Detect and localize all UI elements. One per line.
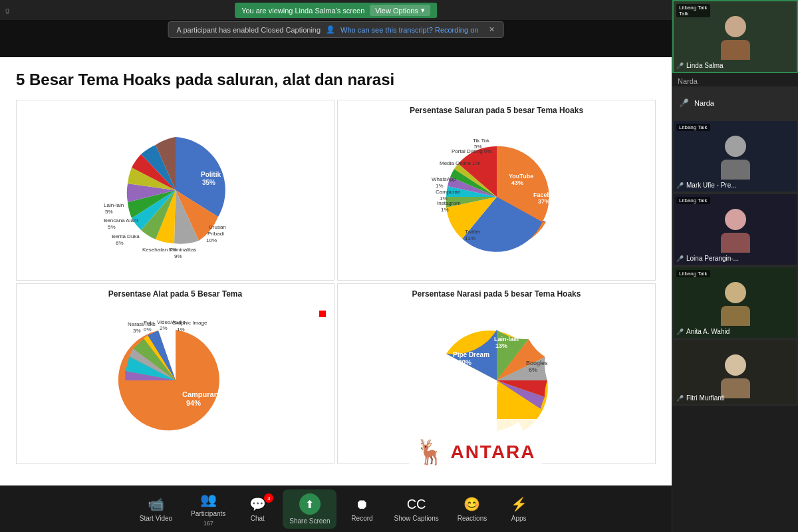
share-screen-button[interactable]: ⬆ Share Screen [283,489,336,529]
svg-text:6%: 6% [116,240,124,246]
participant3-mic-icon: 🎤 [676,182,684,189]
apps-button[interactable]: ⚡ Apps [499,492,539,526]
chart2-area: YouTube 43% Facebook 37% Twitter 11% Ins… [346,119,647,275]
participant5-name: Anita A. Wahid [686,328,730,335]
svg-text:1%: 1% [441,207,449,213]
svg-text:Facebook: Facebook [533,192,562,198]
start-video-button[interactable]: 📹 Start Video [133,492,179,526]
svg-text:11%: 11% [465,235,475,241]
svg-text:0%: 0% [144,327,152,332]
chevron-down-icon: ▾ [421,6,425,15]
svg-text:5%: 5% [474,144,482,150]
svg-text:5%: 5% [108,224,116,230]
person-icon: 👤 [326,25,335,34]
participant5-mic-icon: 🎤 [676,329,684,335]
participant-card-anita[interactable]: Litbang Talk 🎤 Anita A. Wahid [672,266,798,339]
record-button[interactable]: ⏺ Record [342,493,382,526]
chart3-section: Persentase Alat pada 5 Besar Tema [16,283,334,464]
antara-watermark: 🦌 ANTARA [409,419,542,485]
svg-text:Lain-lain: Lain-lain [104,202,124,208]
person1-avatar [721,16,750,60]
chart4-title: Persentase Narasi pada 5 besar Tema Hoak… [412,289,581,299]
participants-label: Participants [191,510,225,517]
litbang-text-3: Litbang Talk [679,124,708,130]
chart1-area: Politik 35% Urusan Pribadi 10% Kriminali… [25,106,326,275]
captions-icon: CC [407,497,426,512]
svg-text:Portal Daring 0%: Portal Daring 0% [452,148,491,154]
participant6-name: Fitri Murfianti [686,394,725,402]
sidebar: Litbang Talk Talk 🎤 Linda Salma Narda 🎤 … [672,0,798,532]
chat-wrapper: 💬 Chat 3 [237,492,277,526]
participant3-name-bar: 🎤 Mark Ufie - Pre... [676,182,794,189]
svg-text:Campuran: Campuran [436,189,460,195]
presentation-inner: 5 Besar Tema Hoaks pada saluran, alat da… [0,57,672,485]
slide-title: 5 Besar Tema Hoaks pada saluran, alat da… [16,70,656,89]
participant3-name: Mark Ufie - Pre... [686,182,737,189]
antara-logo-text: ANTARA [450,442,535,463]
participant-card-loina[interactable]: Litbang Talk 🎤 Loina Perangin-... [672,193,798,266]
svg-text:Pribadi: Pribadi [207,231,224,237]
chart2-svg: YouTube 43% Facebook 37% Twitter 11% Ins… [417,130,577,263]
svg-text:Boogles: Boogles [526,360,548,366]
caption-bar: A participant has enabled Closed Caption… [168,21,504,38]
view-options-button[interactable]: View Options ▾ [370,5,430,16]
captions-label: Show Captions [394,515,438,522]
svg-text:Politik: Politik [201,171,221,178]
svg-text:43%: 43% [511,180,523,186]
video-label: Start Video [140,515,172,522]
litbang-text-5: Litbang Talk [679,271,708,277]
litbang-text-1: Litbang Talk [679,5,708,11]
participant1-name: Linda Salma [686,62,724,69]
svg-text:Kesehatan 7%: Kesehatan 7% [142,247,177,253]
toolbar: 📹 Start Video 👥 Participants 167 💬 Chat … [0,485,672,532]
svg-text:Twitter: Twitter [465,229,481,235]
svg-text:1%: 1% [440,196,448,201]
recording-dot [319,311,326,317]
antara-deer-icon: 🦌 [415,438,445,466]
svg-text:94%: 94% [186,399,201,407]
reactions-label: Reactions [458,515,487,522]
chart3-title: Persentase Alat pada 5 Besar Tema [108,289,242,299]
participant4-name: Loina Perangin-... [686,255,739,262]
svg-text:6%: 6% [529,366,537,373]
svg-text:2%: 2% [160,325,168,331]
chat-icon: 💬 [249,496,266,512]
close-caption-bar-button[interactable]: ✕ [489,25,495,34]
participant-card-fitri[interactable]: 🎤 Fitri Murfianti [672,339,798,406]
participants-button[interactable]: 👥 Participants 167 [184,487,232,531]
svg-text:YouTube: YouTube [509,173,533,180]
presentation: 5 Besar Tema Hoaks pada saluran, alat da… [0,57,672,485]
svg-text:35%: 35% [202,179,215,186]
captions-button[interactable]: CC Show Captions [387,493,445,526]
participant-card-linda[interactable]: Litbang Talk Talk 🎤 Linda Salma [672,0,798,73]
participant-card-mark[interactable]: Litbang Talk 🎤 Mark Ufie - Pre... [672,120,798,193]
svg-text:13%: 13% [495,342,507,349]
share-screen-icon: ⬆ [299,493,321,515]
person5-avatar [721,282,750,326]
reactions-button[interactable]: 😊 Reactions [451,492,493,526]
who-transcript-link[interactable]: Who can see this transcript? Recording o… [340,26,478,34]
svg-text:51%: 51% [462,390,475,397]
litbang-label-3: Litbang Talk [676,124,710,131]
chart2-title: Persentase Saluran pada 5 besar Tema Hoa… [410,106,583,115]
video-icon: 📹 [148,496,164,512]
svg-text:1%: 1% [177,327,185,332]
chart1-svg: Politik 35% Urusan Pribadi 10% Kriminali… [102,124,249,257]
litbang-label-5: Litbang Talk [676,270,710,277]
record-label: Record [351,515,372,522]
chart2-section: Persentase Saluran pada 5 besar Tema Hoa… [337,100,656,281]
svg-text:Wedge Driver: Wedge Driver [456,381,498,388]
reactions-icon: 😊 [464,496,480,512]
caption-text: A participant has enabled Closed Caption… [177,26,321,34]
svg-text:Tik Tok: Tik Tok [473,138,490,144]
narda-section-title: Narda [672,73,798,86]
participant6-name-bar: 🎤 Fitri Murfianti [676,394,794,402]
chart3-area: Campuran 94% Narasi/Teks 3% Foto 0% Vide… [25,303,326,458]
svg-text:Campuran: Campuran [182,390,219,398]
svg-text:Media Online 1%: Media Online 1% [440,160,480,166]
svg-text:WhatsApp: WhatsApp [432,176,456,182]
participant-card-narda[interactable]: 🎤 Narda [672,86,798,120]
participants-icon: 👥 [200,491,217,507]
chart3-svg: Campuran 94% Narasi/Teks 3% Foto 0% Vide… [102,321,249,440]
participant1-mic-icon: 🎤 [676,63,684,69]
